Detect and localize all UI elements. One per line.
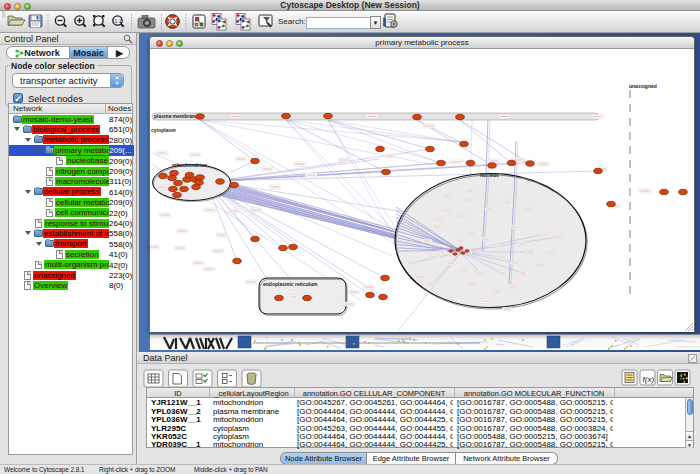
svg-text:plasma membrane: plasma membrane — [154, 113, 198, 119]
svg-text:nucleus: nucleus — [480, 172, 499, 178]
svg-text:unassigned: unassigned — [629, 83, 657, 89]
svg-text:f(x): f(x) — [643, 375, 655, 384]
svg-text:mitochondrion: mitochondrion — [172, 162, 207, 168]
svg-text:cytoplasm: cytoplasm — [151, 127, 176, 133]
svg-text:1:1: 1:1 — [115, 18, 122, 24]
svg-text:endoplasmic reticulum: endoplasmic reticulum — [263, 281, 318, 287]
